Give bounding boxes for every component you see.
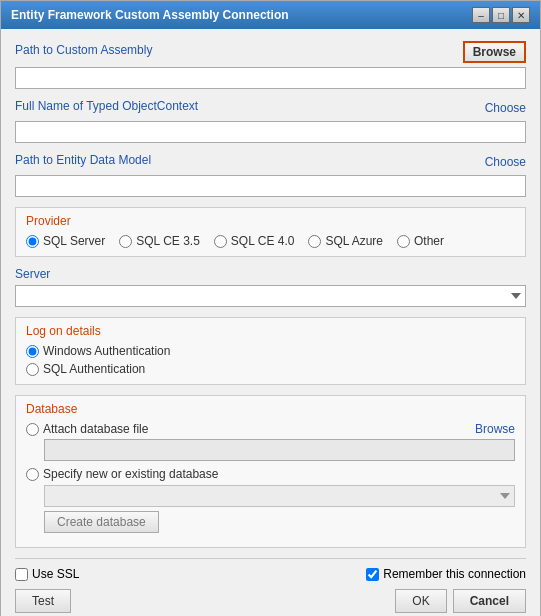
custom-assembly-input-row [15,67,526,89]
title-bar-buttons: – □ ✕ [472,7,530,23]
attach-db-header: Attach database file Browse [26,422,515,436]
server-section: Server [15,267,526,307]
entity-model-header: Path to Entity Data Model Choose [15,153,526,171]
provider-section: Provider SQL Server SQL CE 3.5 SQL CE 4.… [15,207,526,257]
provider-sql-ce40-radio[interactable] [214,235,227,248]
provider-sql-ce35[interactable]: SQL CE 3.5 [119,234,200,248]
provider-sql-ce35-radio[interactable] [119,235,132,248]
typed-object-header: Full Name of Typed ObjectContext Choose [15,99,526,117]
remember-connection-row: Remember this connection [366,567,526,581]
typed-object-section: Full Name of Typed ObjectContext Choose [15,99,526,143]
footer-row: Use SSL Remember this connection [15,558,526,581]
minimize-button[interactable]: – [472,7,490,23]
custom-assembly-section: Path to Custom Assembly Browse [15,41,526,89]
provider-sql-ce40-label: SQL CE 4.0 [231,234,295,248]
dialog-body: Path to Custom Assembly Browse Full Name… [1,29,540,616]
provider-other[interactable]: Other [397,234,444,248]
dialog-title: Entity Framework Custom Assembly Connect… [11,8,289,22]
entity-model-section: Path to Entity Data Model Choose [15,153,526,197]
logon-windows-radio[interactable] [26,345,39,358]
server-label: Server [15,267,526,281]
create-database-button[interactable]: Create database [44,511,159,533]
attach-db-option: Attach database file Browse [26,422,515,461]
custom-assembly-label: Path to Custom Assembly [15,43,152,57]
remember-connection-checkbox[interactable] [366,568,379,581]
custom-assembly-input[interactable] [15,67,526,89]
provider-other-radio[interactable] [397,235,410,248]
provider-sql-azure-radio[interactable] [308,235,321,248]
provider-sql-server-radio[interactable] [26,235,39,248]
logon-sql-label: SQL Authentication [43,362,145,376]
use-ssl-checkbox[interactable] [15,568,28,581]
provider-sql-azure-label: SQL Azure [325,234,383,248]
provider-sql-server-label: SQL Server [43,234,105,248]
cancel-button[interactable]: Cancel [453,589,526,613]
title-bar: Entity Framework Custom Assembly Connect… [1,1,540,29]
action-row: Test OK Cancel [15,589,526,613]
ok-button[interactable]: OK [395,589,446,613]
attach-db-input-row [26,439,515,461]
logon-radio-stack: Windows Authentication SQL Authenticatio… [26,344,515,376]
provider-other-label: Other [414,234,444,248]
typed-object-input[interactable] [15,121,526,143]
specify-db-dropdown[interactable] [44,485,515,507]
ok-cancel-buttons: OK Cancel [395,589,526,613]
specify-db-input-row [26,485,515,507]
entity-model-choose-link[interactable]: Choose [485,155,526,169]
entity-model-label: Path to Entity Data Model [15,153,151,167]
footer-left: Use SSL [15,567,79,581]
logon-windows-auth[interactable]: Windows Authentication [26,344,515,358]
specify-db-label: Specify new or existing database [43,467,218,481]
maximize-button[interactable]: □ [492,7,510,23]
custom-assembly-header: Path to Custom Assembly Browse [15,41,526,63]
logon-windows-label: Windows Authentication [43,344,170,358]
provider-radio-group: SQL Server SQL CE 3.5 SQL CE 4.0 SQL Azu… [26,234,515,248]
attach-db-input[interactable] [44,439,515,461]
database-section: Database Attach database file Browse [15,395,526,548]
database-title: Database [26,402,515,416]
provider-title: Provider [26,214,515,228]
use-ssl-label: Use SSL [32,567,79,581]
attach-db-left: Attach database file [26,422,148,436]
logon-section: Log on details Windows Authentication SQ… [15,317,526,385]
browse-button[interactable]: Browse [463,41,526,63]
entity-model-input[interactable] [15,175,526,197]
dialog-window: Entity Framework Custom Assembly Connect… [0,0,541,616]
provider-sql-ce35-label: SQL CE 3.5 [136,234,200,248]
attach-db-radio[interactable] [26,423,39,436]
server-dropdown[interactable] [15,285,526,307]
close-button[interactable]: ✕ [512,7,530,23]
attach-db-label: Attach database file [43,422,148,436]
provider-sql-azure[interactable]: SQL Azure [308,234,383,248]
typed-object-label: Full Name of Typed ObjectContext [15,99,198,113]
provider-sql-server[interactable]: SQL Server [26,234,105,248]
typed-object-choose-link[interactable]: Choose [485,101,526,115]
specify-db-left: Specify new or existing database [26,467,515,481]
logon-title: Log on details [26,324,515,338]
specify-db-radio[interactable] [26,468,39,481]
specify-db-option: Specify new or existing database Create … [26,467,515,533]
logon-sql-radio[interactable] [26,363,39,376]
remember-connection-label: Remember this connection [383,567,526,581]
attach-db-browse-link[interactable]: Browse [475,422,515,436]
footer-right: Remember this connection [366,567,526,581]
logon-sql-auth[interactable]: SQL Authentication [26,362,515,376]
provider-sql-ce40[interactable]: SQL CE 4.0 [214,234,295,248]
test-button[interactable]: Test [15,589,71,613]
